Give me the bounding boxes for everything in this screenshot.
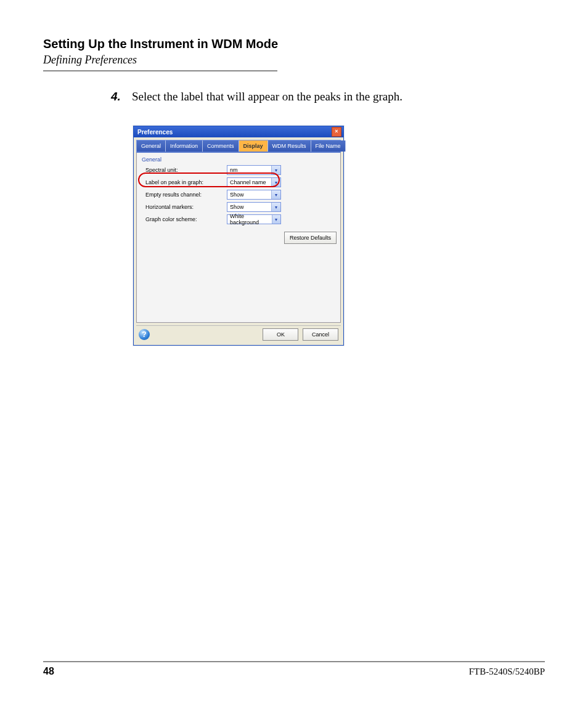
preferences-dialog: Preferences × General Information Commen… — [133, 126, 344, 346]
footer-rule — [43, 661, 545, 662]
help-icon[interactable]: ? — [139, 329, 150, 340]
chevron-down-icon: ▾ — [271, 203, 280, 211]
tabstrip: General Information Comments Display WDM… — [136, 140, 341, 153]
chevron-down-icon: ▾ — [271, 178, 280, 187]
select-value: nm — [230, 167, 238, 173]
chevron-down-icon: ▾ — [272, 215, 280, 224]
cancel-button[interactable]: Cancel — [303, 328, 338, 341]
tab-display[interactable]: Display — [239, 140, 268, 152]
tab-information[interactable]: Information — [166, 140, 203, 152]
ok-button[interactable]: OK — [263, 328, 298, 341]
label-color-scheme: Graph color scheme: — [142, 216, 227, 222]
chevron-down-icon: ▾ — [271, 166, 280, 174]
instruction-step: 4. Select the label that will appear on … — [111, 90, 545, 103]
label-spectral-unit: Spectral unit: — [142, 167, 227, 173]
tab-general[interactable]: General — [137, 140, 166, 152]
section-subheading: Defining Preferences — [43, 54, 545, 67]
close-icon[interactable]: × — [332, 127, 341, 137]
step-text: Select the label that will appear on the… — [132, 90, 402, 103]
restore-defaults-wrap: Restore Defaults — [284, 232, 337, 244]
restore-defaults-button[interactable]: Restore Defaults — [284, 232, 337, 244]
select-label-on-peak[interactable]: Channel name ▾ — [227, 177, 281, 187]
document-page: Setting Up the Instrument in WDM Mode De… — [0, 0, 588, 714]
select-value: Show — [230, 204, 244, 210]
row-color-scheme: Graph color scheme: White background ▾ — [141, 213, 337, 225]
group-title: General — [142, 156, 337, 163]
dialog-titlebar: Preferences × — [134, 126, 343, 137]
chevron-down-icon: ▾ — [271, 190, 280, 199]
select-value: Show — [230, 192, 244, 198]
dialog-footer: ? OK Cancel — [136, 325, 341, 343]
label-label-on-peak: Label on peak in graph: — [142, 179, 227, 185]
heading-rule — [43, 70, 277, 71]
label-empty-results: Empty results channel: — [142, 192, 227, 198]
display-panel: General Spectral unit: nm ▾ Label on pea… — [136, 153, 341, 323]
page-footer: 48 FTB-5240S/5240BP — [43, 661, 545, 677]
row-empty-results: Empty results channel: Show ▾ — [141, 189, 337, 201]
page-number: 48 — [43, 666, 54, 677]
row-label-on-peak: Label on peak in graph: Channel name ▾ — [141, 176, 337, 189]
dialog-buttons: OK Cancel — [263, 328, 338, 341]
section-heading: Setting Up the Instrument in WDM Mode — [43, 37, 545, 51]
select-value: Channel name — [230, 179, 266, 185]
tab-wdm-results[interactable]: WDM Results — [268, 140, 311, 152]
select-horizontal-markers[interactable]: Show ▾ — [227, 202, 281, 212]
row-spectral-unit: Spectral unit: nm ▾ — [141, 164, 337, 176]
tab-comments[interactable]: Comments — [203, 140, 239, 152]
label-horizontal-markers: Horizontal markers: — [142, 204, 227, 210]
step-number: 4. — [111, 90, 132, 103]
tab-file-name[interactable]: File Name — [311, 140, 346, 152]
select-spectral-unit[interactable]: nm ▾ — [227, 165, 281, 175]
select-value: White background — [230, 213, 272, 225]
row-horizontal-markers: Horizontal markers: Show ▾ — [141, 201, 337, 213]
select-color-scheme[interactable]: White background ▾ — [227, 214, 281, 224]
dialog-title: Preferences — [137, 129, 173, 136]
select-empty-results[interactable]: Show ▾ — [227, 190, 281, 200]
model-number: FTB-5240S/5240BP — [469, 667, 545, 677]
